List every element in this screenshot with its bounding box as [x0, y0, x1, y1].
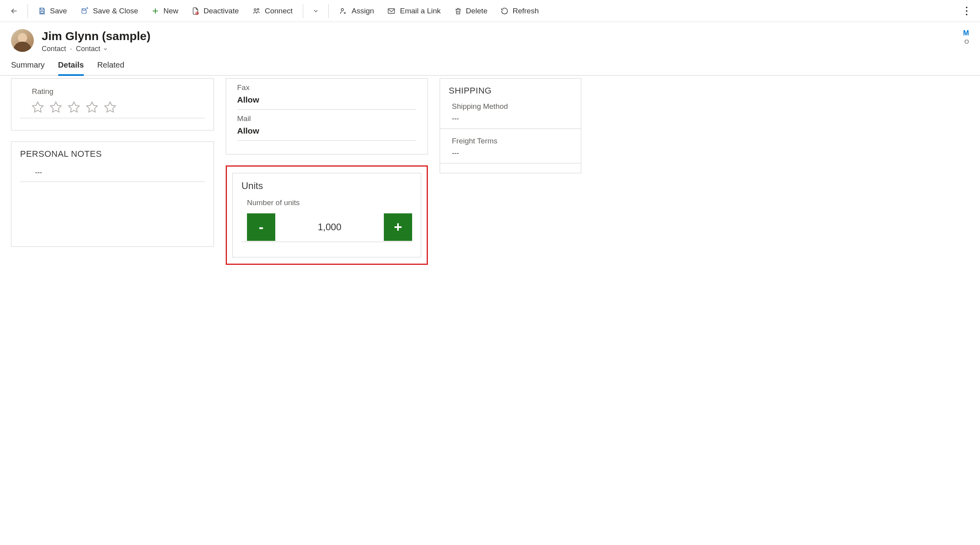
- units-section-title: Units: [241, 180, 412, 191]
- form-body: Rating PERSONAL NOTES --- Fax Allow Mail…: [0, 76, 980, 281]
- mail-value[interactable]: Allow: [237, 126, 416, 141]
- units-highlight-box: Units Number of units - 1,000 +: [226, 165, 428, 265]
- shipping-card: SHIPPING Shipping Method --- Freight Ter…: [440, 78, 581, 173]
- tab-strip: Summary Details Related: [0, 56, 980, 76]
- refresh-icon: [501, 7, 508, 15]
- star-icon[interactable]: [85, 101, 99, 114]
- connect-label: Connect: [265, 7, 293, 15]
- trash-icon: [454, 7, 462, 15]
- assign-button[interactable]: Assign: [333, 4, 379, 18]
- units-field-label: Number of units: [241, 198, 412, 207]
- increment-button[interactable]: +: [384, 213, 412, 241]
- delete-label: Delete: [466, 7, 488, 15]
- svg-rect-0: [41, 11, 44, 13]
- star-icon[interactable]: [67, 101, 81, 114]
- save-label: Save: [50, 7, 67, 15]
- assign-label: Assign: [352, 7, 374, 15]
- kebab-icon: [966, 7, 967, 15]
- svg-point-3: [257, 8, 259, 10]
- save-close-button[interactable]: Save & Close: [75, 4, 144, 18]
- divider: [303, 4, 303, 18]
- shipping-method-value[interactable]: ---: [440, 115, 581, 129]
- connect-icon: [252, 7, 261, 15]
- rating-card: Rating: [11, 78, 214, 130]
- refresh-label: Refresh: [512, 7, 539, 15]
- tab-related[interactable]: Related: [97, 61, 124, 76]
- arrow-left-icon: [10, 7, 18, 15]
- connect-split-dropdown[interactable]: [308, 3, 324, 19]
- personal-notes-card: PERSONAL NOTES ---: [11, 141, 214, 247]
- email-icon: [387, 7, 396, 15]
- svg-rect-5: [388, 9, 394, 13]
- separator: ·: [70, 45, 72, 53]
- more-commands-button[interactable]: [959, 3, 974, 19]
- plus-icon: [151, 7, 159, 15]
- new-label: New: [163, 7, 178, 15]
- freight-terms-value[interactable]: ---: [440, 149, 581, 163]
- connect-button[interactable]: Connect: [247, 4, 298, 18]
- email-link-button[interactable]: Email a Link: [382, 4, 446, 18]
- delete-button[interactable]: Delete: [449, 4, 493, 18]
- mail-label: Mail: [237, 114, 416, 123]
- chevron-down-icon: [313, 8, 319, 14]
- header-right-initial: M: [963, 29, 969, 37]
- save-close-icon: [80, 7, 89, 15]
- fax-label: Fax: [237, 83, 416, 92]
- chevron-down-icon: [103, 46, 108, 52]
- star-icon[interactable]: [103, 101, 117, 114]
- freight-terms-label: Freight Terms: [440, 137, 581, 145]
- command-bar: Save Save & Close New Deactivate Connect…: [0, 0, 980, 22]
- units-stepper: - 1,000 +: [241, 213, 412, 242]
- divider: [28, 4, 28, 18]
- form-name: Contact: [76, 45, 100, 53]
- shipping-method-label: Shipping Method: [440, 102, 581, 111]
- save-close-label: Save & Close: [93, 7, 138, 15]
- save-button[interactable]: Save: [33, 4, 72, 18]
- svg-point-4: [341, 8, 344, 11]
- shipping-title: SHIPPING: [440, 86, 581, 96]
- divider: [328, 4, 329, 18]
- units-card: Units Number of units - 1,000 +: [232, 173, 421, 257]
- fax-value[interactable]: Allow: [237, 95, 416, 110]
- entity-label: Contact: [42, 45, 66, 53]
- svg-point-2: [254, 9, 256, 11]
- contact-preferences-card: Fax Allow Mail Allow: [226, 78, 428, 154]
- new-button[interactable]: New: [146, 4, 184, 18]
- email-link-label: Email a Link: [400, 7, 441, 15]
- record-header: Jim Glynn (sample) Contact · Contact M O: [0, 22, 980, 56]
- tab-summary[interactable]: Summary: [11, 61, 45, 76]
- avatar: [11, 29, 34, 52]
- header-right-indicator: M O: [963, 29, 969, 45]
- rating-input[interactable]: [20, 98, 205, 118]
- save-icon: [38, 7, 46, 15]
- refresh-button[interactable]: Refresh: [495, 4, 544, 18]
- deactivate-label: Deactivate: [203, 7, 239, 15]
- back-button[interactable]: [6, 2, 23, 20]
- form-selector[interactable]: Contact: [76, 45, 108, 53]
- units-value[interactable]: 1,000: [275, 222, 384, 233]
- star-icon[interactable]: [31, 101, 44, 114]
- decrement-button[interactable]: -: [247, 213, 275, 241]
- personal-notes-value[interactable]: ---: [20, 165, 205, 182]
- deactivate-icon: [192, 7, 199, 15]
- header-right-sub: O: [964, 38, 969, 45]
- record-title: Jim Glynn (sample): [42, 29, 955, 43]
- star-icon[interactable]: [49, 101, 63, 114]
- assign-icon: [339, 7, 348, 15]
- tab-details[interactable]: Details: [58, 61, 84, 76]
- deactivate-button[interactable]: Deactivate: [186, 4, 244, 18]
- rating-label: Rating: [20, 87, 205, 96]
- personal-notes-title: PERSONAL NOTES: [20, 149, 205, 159]
